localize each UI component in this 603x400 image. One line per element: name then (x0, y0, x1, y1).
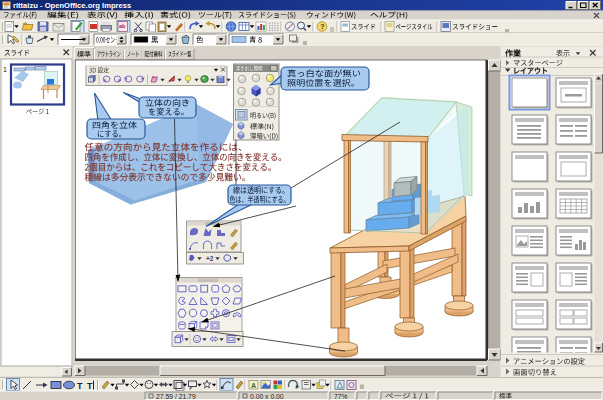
svg-text:+2: +2 (206, 255, 214, 262)
svg-text:77%: 77% (334, 393, 348, 400)
svg-text:27.59 / 21.79: 27.59 / 21.79 (156, 393, 196, 400)
svg-text:T: T (77, 381, 83, 391)
svg-text:ab: ab (119, 23, 126, 29)
svg-text:T: T (87, 381, 93, 391)
svg-text:A: A (251, 382, 256, 389)
svg-text:rittaizu - OpenOffice.org Impr: rittaizu - OpenOffice.org Impress (13, 1, 131, 10)
svg-text:?: ? (320, 23, 324, 30)
svg-text:0.00 x 0.00: 0.00 x 0.00 (250, 393, 284, 400)
svg-text:1: 1 (3, 66, 7, 73)
